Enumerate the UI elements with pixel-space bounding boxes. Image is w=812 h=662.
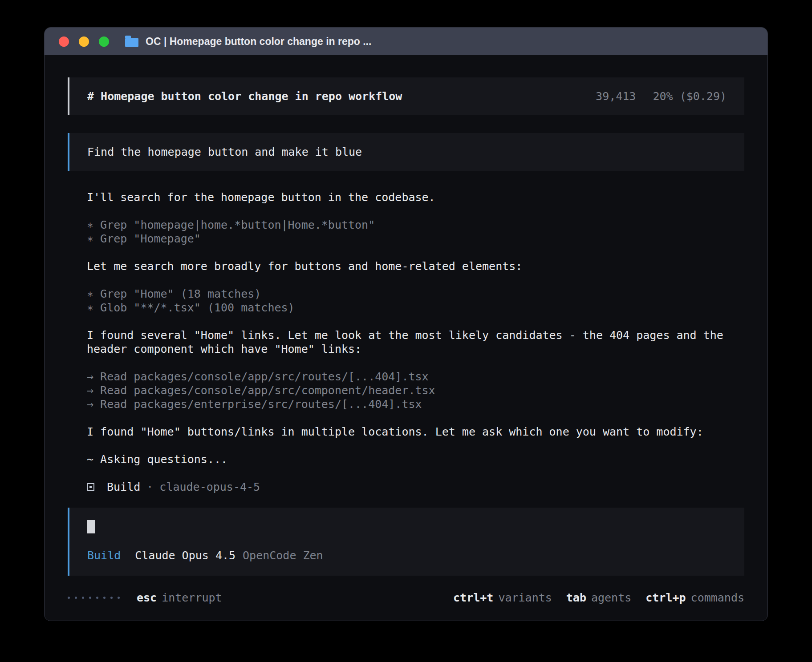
hint-variants: ctrl+t variants: [453, 591, 552, 605]
status-bar-right: ctrl+t variants tab agents ctrl+p comman…: [439, 591, 744, 605]
status-bar-left: esc interrupt: [68, 591, 222, 605]
terminal-window: OC | Homepage button color change in rep…: [45, 28, 767, 621]
model-line: Build Claude Opus 4.5 OpenCode Zen: [87, 549, 727, 562]
tool-call-grep: ∗ Grep "Homepage": [87, 232, 744, 246]
user-message: Find the homepage button and make it blu…: [68, 133, 744, 171]
assistant-text: I found "Home" buttons/links in multiple…: [87, 425, 744, 439]
hint-label-agents: agents: [591, 591, 631, 605]
traffic-lights: [59, 36, 109, 47]
session-title: # Homepage button color change in repo w…: [87, 89, 402, 103]
tool-call-glob: ∗ Glob "**/*.tsx" (100 matches): [87, 301, 744, 315]
tool-call-read: → Read packages/enterprise/src/routes/[.…: [87, 397, 744, 411]
window-title: OC | Homepage button color change in rep…: [146, 36, 371, 48]
hint-commands: ctrl+p commands: [646, 591, 744, 605]
session-stats: 39,413 20% ($0.29): [596, 89, 727, 103]
file-read-group: → Read packages/console/app/src/routes/[…: [87, 370, 744, 411]
status-bar: esc interrupt ctrl+t variants tab agents…: [68, 591, 744, 605]
tool-call-grep: ∗ Grep "Home" (18 matches): [87, 287, 744, 301]
close-button[interactable]: [59, 36, 69, 47]
hint-agents: tab agents: [566, 591, 631, 605]
session-header: # Homepage button color change in repo w…: [68, 77, 744, 115]
agent-model: claude-opus-4-5: [159, 480, 260, 494]
hint-interrupt: esc interrupt: [137, 591, 222, 605]
assistant-text: Let me search more broadly for buttons a…: [87, 259, 744, 273]
hint-label-interrupt: interrupt: [162, 591, 222, 605]
agent-mode-label[interactable]: Build: [87, 549, 121, 562]
assistant-text: I'll search for the homepage button in t…: [87, 190, 744, 204]
model-name: Claude Opus 4.5: [135, 549, 235, 562]
agent-status-line: Build · claude-opus-4-5: [87, 480, 744, 494]
hint-label-commands: commands: [691, 591, 744, 605]
prompt-input[interactable]: Build Claude Opus 4.5 OpenCode Zen: [68, 508, 744, 576]
folder-icon: [125, 38, 138, 47]
window-titlebar[interactable]: OC | Homepage button color change in rep…: [45, 28, 767, 55]
agent-separator: ·: [146, 480, 153, 494]
zoom-button[interactable]: [99, 36, 109, 47]
provider-name: OpenCode Zen: [243, 549, 323, 562]
hint-key-tab: tab: [566, 591, 586, 605]
assistant-transcript: I'll search for the homepage button in t…: [68, 190, 744, 494]
user-message-text: Find the homepage button and make it blu…: [87, 145, 362, 158]
minimize-button[interactable]: [79, 36, 89, 47]
assistant-text: I found several "Home" links. Let me loo…: [87, 328, 744, 356]
hint-key-ctrl-t: ctrl+t: [453, 591, 493, 605]
token-count: 39,413: [596, 89, 636, 103]
title-wrap: OC | Homepage button color change in rep…: [125, 36, 371, 48]
hint-key-ctrl-p: ctrl+p: [646, 591, 686, 605]
hint-label-variants: variants: [498, 591, 552, 605]
tool-call-grep: ∗ Grep "homepage|home.*button|Home.*butt…: [87, 218, 744, 232]
working-status: ~ Asking questions...: [87, 452, 744, 466]
desktop: OC | Homepage button color change in rep…: [0, 0, 812, 662]
tool-call-group: ∗ Grep "Home" (18 matches) ∗ Glob "**/*.…: [87, 287, 744, 315]
tool-call-read: → Read packages/console/app/src/routes/[…: [87, 370, 744, 383]
context-usage: 20% ($0.29): [653, 89, 727, 103]
agent-name: Build: [107, 480, 140, 494]
agent-icon: [87, 483, 94, 491]
tool-call-group: ∗ Grep "homepage|home.*button|Home.*butt…: [87, 218, 744, 246]
progress-dots: [68, 597, 120, 599]
terminal-content: # Homepage button color change in repo w…: [45, 55, 767, 621]
hint-key-esc: esc: [137, 591, 157, 605]
tool-call-read: → Read packages/console/app/src/componen…: [87, 383, 744, 397]
text-cursor: [87, 520, 95, 533]
